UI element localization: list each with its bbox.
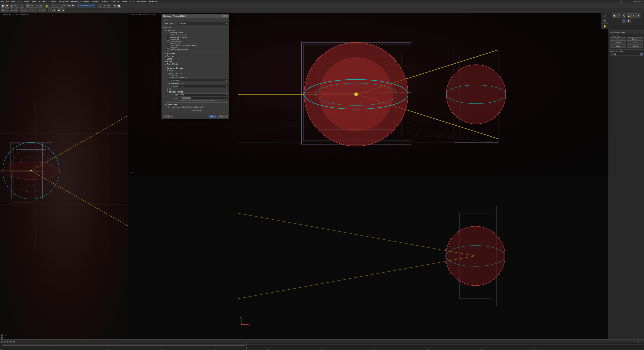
scene-units-dropdown[interactable]: Centimeters ▼ (169, 79, 228, 82)
menu-item-animation[interactable]: Animation (48, 0, 56, 2)
menu-item-interactive[interactable]: Interactive (110, 0, 119, 2)
convert-dummies-checkbox[interactable] (167, 45, 169, 46)
panel-icon-3[interactable]: 🔧 (622, 13, 626, 18)
snap-btn[interactable]: 3 (51, 4, 55, 8)
split-normals-checkbox[interactable] (167, 34, 169, 36)
tb2-btn11[interactable]: ⬛ (48, 8, 52, 12)
scale-btn[interactable]: ⊞ (39, 4, 43, 8)
obj-type-torus[interactable]: Torus (626, 41, 643, 44)
viewport-bottom-right[interactable]: X Y (128, 176, 608, 340)
tb2-btn4[interactable]: ◉ (14, 8, 18, 12)
name-input[interactable]: Box001 (610, 53, 640, 55)
ref-coord-btn[interactable]: 📐 (45, 4, 49, 8)
render-settings-btn[interactable]: ⚙ (107, 4, 111, 8)
edit-btn[interactable]: Edit... (163, 115, 173, 118)
selection-sets-checkbox[interactable] (167, 42, 169, 44)
panel-icon-1[interactable]: 🎲 (612, 13, 616, 18)
nav-playback-btn[interactable]: ▶ (1, 337, 3, 339)
obj-type-sphere[interactable]: Sphere (626, 37, 643, 41)
smoothing-groups-checkbox[interactable] (167, 32, 169, 34)
material-editor-btn[interactable]: 🎨 (113, 4, 117, 8)
curve-editor-btn[interactable]: 📈 (117, 4, 121, 8)
tb2-btn2[interactable]: □ (5, 8, 9, 12)
angle-snap-btn[interactable]: ∠ (55, 4, 59, 8)
ok-btn[interactable]: Ok (208, 115, 216, 118)
include-section-header[interactable]: ▼ Include (163, 26, 228, 29)
new-scene-btn[interactable]: 📄 (1, 4, 4, 8)
move-btn[interactable]: ✛ (30, 4, 34, 8)
tangents-checkbox[interactable] (167, 36, 169, 38)
save-btn[interactable]: 💾 (10, 4, 14, 8)
cancel-btn[interactable]: Cancel (217, 115, 228, 118)
obj-type-textplus[interactable]: TextPlus (626, 44, 643, 48)
panel-icon-7[interactable]: 🔵 (622, 19, 626, 23)
tb2-btn3[interactable]: ▦ (10, 8, 14, 12)
menu-item-customize[interactable]: Customize (91, 0, 100, 2)
fbx-format-header[interactable]: ▼ FBX File Format (167, 91, 228, 93)
timeline-prev-btn[interactable]: ◀ (4, 340, 6, 343)
tb2-btn9[interactable]: ⊕ (38, 8, 42, 12)
panel-icon-2[interactable]: ⚙ (617, 13, 621, 18)
nav-zoom-btn[interactable]: 🔍 (601, 18, 608, 23)
ui-header[interactable]: ▶ UI (167, 88, 228, 91)
menu-item-scripting[interactable]: Scripting (102, 0, 108, 2)
nav-home-btn[interactable]: ⌂ (601, 13, 608, 18)
menu-item-tools[interactable]: Tools (11, 0, 15, 2)
timeline-scrub[interactable]: 0 50 100 150 200 250 300 350 400 450 500 (0, 343, 644, 350)
menu-item-create[interactable]: Create (31, 0, 36, 2)
tb2-btn6[interactable]: △ (24, 8, 28, 12)
tb2-btn12[interactable]: ◨ (52, 8, 56, 12)
current-preset-dropdown[interactable]: QT3DStudio ▼ (178, 22, 228, 25)
tb2-btn1[interactable]: ■ (1, 8, 4, 12)
timeline-playhead[interactable] (246, 343, 247, 350)
panel-icon-5[interactable]: 🎭 (632, 13, 636, 18)
panel-icon-4[interactable]: 📐 (626, 13, 631, 18)
redo-btn[interactable]: ↪ (20, 4, 24, 8)
preserve-instances-checkbox[interactable] (167, 40, 169, 42)
menu-item-arnold[interactable]: Arnold (129, 0, 134, 2)
tb2-btn7[interactable]: ○ (29, 8, 33, 12)
version-dropdown[interactable]: FBX 2014/2015 ▼ (179, 97, 228, 99)
render-btn[interactable]: 🎬 (98, 4, 102, 8)
menu-item-phoenix[interactable]: Phoenix FD (149, 0, 158, 2)
menu-item-graph-editors[interactable]: Graph Editors (58, 0, 69, 2)
tb2-btn8[interactable]: ◌ (33, 8, 37, 12)
triangulate-checkbox[interactable] (167, 47, 169, 49)
help-on-fbx-btn[interactable]: Help on FBX (189, 109, 204, 112)
tb2-btn10[interactable]: ◫ (42, 8, 46, 12)
geometry-header[interactable]: ▼ Geometry (165, 29, 228, 32)
menu-item-views[interactable]: Views (24, 0, 29, 2)
create-selection-set-btn[interactable]: Create Selection Set (77, 4, 96, 7)
menu-item-content[interactable]: Content (121, 0, 127, 2)
tb2-btn5[interactable]: ⬡ (20, 8, 24, 12)
menu-item-modifiers[interactable]: Modifiers (38, 0, 46, 2)
turbosmooth-checkbox[interactable] (167, 38, 169, 40)
timeline-next-btn[interactable]: ▶| (10, 340, 12, 343)
viewport-left[interactable]: [+] [VRayCam001] [User Defined] [Clay] (0, 13, 128, 339)
workspaces-dropdown[interactable]: Workspaces (632, 0, 644, 3)
automatic-checkbox[interactable] (169, 74, 171, 76)
obj-type-box[interactable]: Box (610, 37, 626, 41)
audio-header[interactable]: ▶ Audio (165, 60, 228, 63)
units-header[interactable]: ▼ Units (167, 69, 228, 72)
timeline-end-btn[interactable]: ⏭ (13, 340, 15, 343)
animation-header[interactable]: ▶ Animation (165, 52, 228, 55)
tb2-btn14[interactable]: ◪ (61, 8, 65, 12)
percent-snap-btn[interactable]: % (60, 4, 64, 8)
rotate-btn[interactable]: ↻ (34, 4, 38, 8)
color-swatch[interactable] (640, 53, 643, 55)
menu-item-edit[interactable]: Edit (6, 0, 9, 2)
advanced-options-header[interactable]: ▼ Advanced Options (165, 67, 228, 69)
panel-icon-8[interactable]: 📋 (626, 19, 630, 23)
menu-item-rendering[interactable]: Rendering (71, 0, 79, 2)
type-dropdown[interactable]: Binary ▼ (179, 93, 228, 96)
timeline-start-btn[interactable]: ⏮ (1, 340, 3, 343)
open-btn[interactable]: 📂 (5, 4, 9, 8)
dialog-question-btn[interactable]: ? (222, 15, 224, 17)
menu-item-file[interactable]: File (1, 0, 4, 2)
menu-item-civil-view[interactable]: Civil View (81, 0, 89, 2)
obj-type-teapot[interactable]: Teapot (610, 44, 626, 48)
panel-icon-6[interactable]: 💡 (636, 13, 640, 18)
nav-expand-btn[interactable]: ▶ (1, 334, 3, 336)
view-dropdown[interactable]: View (66, 4, 75, 7)
